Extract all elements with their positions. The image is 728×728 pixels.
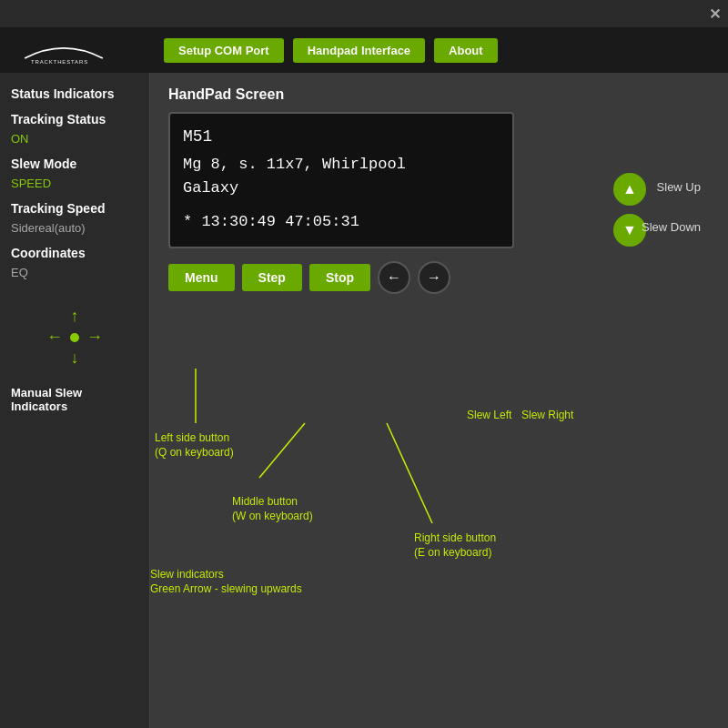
slew-indicators-diagram: ↑ ← → ↓ <box>11 307 138 368</box>
manual-slew-label: Manual Slew Indicators <box>11 386 138 413</box>
screen-line-3: Galaxy <box>183 177 500 200</box>
tracking-status-value: ON <box>11 132 138 146</box>
svg-text:(Q on keyboard): (Q on keyboard) <box>155 446 234 459</box>
coordinates-title: Coordinates <box>11 246 138 260</box>
right-panel: HandPad Screen M51 Mg 8, s. 11x7, Whirlp… <box>150 73 728 728</box>
screen-line-1: M51 <box>183 125 500 149</box>
menu-button[interactable]: Menu <box>168 264 235 291</box>
screen-line-5: * 13:30:49 47:05:31 <box>183 210 500 234</box>
handpad-interface-button[interactable]: Handpad Interface <box>293 38 425 63</box>
svg-text:Slew Left: Slew Left <box>467 409 512 421</box>
screen-line-2: Mg 8, s. 11x7, Whirlpool <box>183 153 500 177</box>
slew-mode-value: SPEED <box>11 177 138 190</box>
handpad-title: HandPad Screen <box>168 86 710 103</box>
logo-area: TRACKTHESTARS <box>9 36 155 64</box>
slew-left-indicator: ← <box>46 328 63 347</box>
svg-text:Left side button: Left side button <box>155 431 229 444</box>
main-content: Status Indicators Tracking Status ON Sle… <box>0 73 728 728</box>
tracking-status-title: Tracking Status <box>11 112 138 126</box>
handpad-screen: M51 Mg 8, s. 11x7, Whirlpool Galaxy * 13… <box>168 112 514 248</box>
logo-icon: TRACKTHESTARS <box>9 36 118 64</box>
slew-right-button[interactable]: → <box>418 261 450 294</box>
slew-up-label: Slew Up <box>657 180 701 194</box>
bottom-buttons-row: Menu Step Stop ← → <box>168 261 710 294</box>
svg-text:Green Arrow  - slewing upwards: Green Arrow - slewing upwards <box>150 582 302 595</box>
slew-down-label: Slew Down <box>642 220 701 234</box>
close-button[interactable]: ✕ <box>709 5 721 23</box>
svg-text:Right side button: Right side button <box>414 531 496 544</box>
slew-left-arrow-icon: ← <box>387 269 401 286</box>
svg-text:Middle button: Middle button <box>232 495 298 508</box>
slew-up-button[interactable]: ▲ <box>613 173 646 206</box>
slew-right-arrow-icon: → <box>427 269 441 286</box>
about-button[interactable]: About <box>434 38 498 63</box>
svg-text:(W on keyboard): (W on keyboard) <box>232 510 313 522</box>
svg-text:Slew indicators: Slew indicators <box>150 568 224 581</box>
slew-down-indicator: ↓ <box>71 349 79 368</box>
title-bar: ✕ <box>0 0 728 27</box>
slew-up-indicator: ↑ <box>71 307 79 326</box>
stop-button[interactable]: Stop <box>309 264 370 291</box>
header-bar: TRACKTHESTARS Setup COM Port Handpad Int… <box>0 27 728 73</box>
slew-right-indicator: → <box>86 328 103 347</box>
step-button[interactable]: Step <box>242 264 302 291</box>
svg-text:TRACKTHESTARS: TRACKTHESTARS <box>31 59 88 64</box>
slew-up-arrow-icon: ▲ <box>622 181 637 197</box>
slew-mode-title: Slew Mode <box>11 157 138 171</box>
coordinates-value: EQ <box>11 266 138 279</box>
tracking-speed-title: Tracking Speed <box>11 201 138 216</box>
status-indicators-title: Status Indicators <box>11 86 138 101</box>
svg-text:Slew Right: Slew Right <box>521 409 574 421</box>
svg-line-7 <box>387 423 432 523</box>
slew-center-indicator <box>70 333 79 342</box>
svg-line-4 <box>259 423 305 478</box>
svg-text:(E on keyboard): (E on keyboard) <box>414 546 491 559</box>
setup-com-port-button[interactable]: Setup COM Port <box>164 38 284 63</box>
app-window: ✕ TRACKTHESTARS Setup COM Port Handpad I… <box>0 0 728 728</box>
sidebar: Status Indicators Tracking Status ON Sle… <box>0 73 150 728</box>
tracking-speed-value: Sidereal(auto) <box>11 221 138 235</box>
slew-left-button[interactable]: ← <box>378 261 410 294</box>
slew-down-arrow-icon: ▼ <box>622 222 637 238</box>
